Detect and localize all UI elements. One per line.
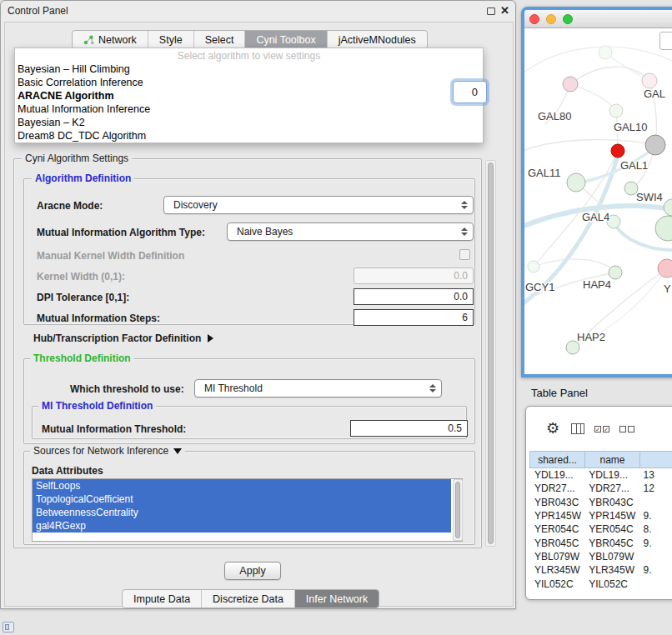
network-canvas[interactable]: GAL80GALGAL10GAL11GAL1SWI4GAL4GCY1HAP4YH… xyxy=(524,28,672,374)
data-attributes-list[interactable]: SelfLoopsTopologicalCoefficientBetweenne… xyxy=(32,478,463,542)
tab-label: Select xyxy=(205,34,234,46)
table-cell: YLR345W xyxy=(529,564,584,576)
algorithm-option-mutual-information-inference[interactable]: Mutual Information Inference xyxy=(15,102,483,116)
network-node[interactable] xyxy=(658,259,672,278)
network-node-label: HAP4 xyxy=(583,278,611,291)
network-node[interactable] xyxy=(642,73,657,88)
column-header-col2[interactable] xyxy=(639,451,672,468)
table-cell: YPR145W xyxy=(584,510,638,522)
table-cell: YBL079W xyxy=(584,551,638,562)
manual-kernel-width-checkbox[interactable] xyxy=(459,249,470,260)
combo-arrows-icon xyxy=(461,223,468,240)
table-options-gear-icon[interactable]: ⚙ xyxy=(544,420,561,437)
tab-label: jActiveMNodules xyxy=(339,34,416,46)
table-row[interactable]: YDL19...YDL19...13 xyxy=(529,468,672,482)
close-window-icon[interactable]: ✕ xyxy=(500,4,509,18)
table-cell: YDL19... xyxy=(584,469,638,481)
column-header-name[interactable]: name xyxy=(584,451,639,468)
settings-scrollbar-thumb[interactable] xyxy=(488,162,494,544)
network-node-label: GCY1 xyxy=(525,281,554,293)
close-button[interactable] xyxy=(529,14,539,24)
attributes-list-scrollbar[interactable] xyxy=(453,479,463,541)
table-row[interactable]: YER054CYER054C8. xyxy=(529,522,672,536)
table-row[interactable]: YPR145WYPR145W9. xyxy=(529,509,672,522)
table-cell: YIL052C xyxy=(584,578,638,590)
control-panel-tab-bar: NetworkStyleSelectCyni ToolboxjActiveMNo… xyxy=(72,30,428,49)
network-tab-icon xyxy=(83,35,94,45)
float-window-icon[interactable] xyxy=(487,8,495,15)
network-window-titlebar[interactable] xyxy=(524,10,672,28)
table-cell: YDR27... xyxy=(529,482,584,494)
network-node[interactable] xyxy=(664,199,672,216)
network-node[interactable] xyxy=(645,135,665,155)
manual-kernel-width-label: Manual Kernel Width Definition xyxy=(37,250,184,262)
attribute-item-gal4rgexp[interactable]: gal4RGexp xyxy=(33,519,451,532)
control-panel-titlebar[interactable]: Control Panel xyxy=(1,1,515,21)
background-number-field[interactable]: 0 xyxy=(453,81,487,103)
mi-algorithm-type-select[interactable]: Naive Bayes xyxy=(227,222,474,241)
hub-definition-expander[interactable]: Hub/Transcription Factor Definition xyxy=(33,332,213,344)
aracne-mode-select[interactable]: Discovery xyxy=(163,196,474,214)
table-row[interactable]: YLR345WYLR345W9. xyxy=(529,563,672,577)
kernel-width-field[interactable]: 0.0 xyxy=(354,268,474,284)
algorithm-option-dream8-dc-tdc-algorithm[interactable]: Dream8 DC_TDC Algorithm xyxy=(15,129,483,142)
algorithm-option-bayesian-k2[interactable]: Bayesian – K2 xyxy=(15,116,483,129)
network-node[interactable] xyxy=(611,144,624,158)
network-node[interactable] xyxy=(655,216,672,241)
network-node[interactable] xyxy=(609,266,622,279)
network-graph: GAL80GALGAL10GAL11GAL1SWI4GAL4GCY1HAP4YH… xyxy=(524,28,672,374)
algorithm-option-basic-correlation-inference[interactable]: Basic Correlation Inference xyxy=(15,76,483,89)
mi-steps-field[interactable]: 6 xyxy=(354,309,474,326)
mi-threshold-field[interactable]: 0.5 xyxy=(350,420,468,437)
table-cell: 13 xyxy=(639,469,672,481)
collapse-arrow-icon xyxy=(173,448,182,454)
which-threshold-select[interactable]: MI Threshold xyxy=(194,379,442,398)
bottom-tab-impute-data[interactable]: Impute Data xyxy=(123,590,202,608)
network-toolbar-button[interactable] xyxy=(659,32,672,50)
table-row[interactable]: YBR043CYBR043C xyxy=(529,496,672,509)
apply-button[interactable]: Apply xyxy=(224,562,281,580)
dpi-tolerance-field[interactable]: 0.0 xyxy=(354,288,474,305)
table-cell: YBR043C xyxy=(584,497,638,508)
network-node[interactable] xyxy=(609,104,623,118)
restore-panel-button[interactable] xyxy=(3,622,14,632)
column-header-shared-[interactable]: shared... xyxy=(529,451,584,468)
minimize-button[interactable] xyxy=(546,14,556,24)
zoom-button[interactable] xyxy=(563,14,573,24)
network-node[interactable] xyxy=(599,46,612,59)
tab-select[interactable]: Select xyxy=(194,31,246,48)
settings-scrollbar[interactable] xyxy=(485,160,496,547)
sources-group-title[interactable]: Sources for Network Inference xyxy=(30,445,185,457)
show-columns-icon[interactable] xyxy=(571,423,584,434)
attribute-item-topologicalcoefficient[interactable]: TopologicalCoefficient xyxy=(33,492,451,506)
tab-cyni-toolbox[interactable]: Cyni Toolbox xyxy=(245,31,327,48)
algorithm-option-aracne-algorithm[interactable]: ARACNE Algorithm xyxy=(15,89,483,102)
tab-network[interactable]: Network xyxy=(73,31,148,48)
bottom-tab-discretize-data[interactable]: Discretize Data xyxy=(202,590,295,608)
network-edge xyxy=(570,67,649,84)
network-node[interactable] xyxy=(528,261,539,272)
bottom-tab-infer-network[interactable]: Infer Network xyxy=(295,590,379,608)
attribute-item-selfloops[interactable]: SelfLoops xyxy=(33,479,451,492)
select-all-columns-icon[interactable]: ✓✓ xyxy=(594,426,609,432)
tab-jactivemnodules[interactable]: jActiveMNodules xyxy=(328,31,427,48)
attributes-scrollbar-thumb[interactable] xyxy=(455,482,460,538)
network-node[interactable] xyxy=(563,77,578,92)
tab-style[interactable]: Style xyxy=(148,31,194,48)
table-row[interactable]: YBR045CYBR045C9. xyxy=(529,536,672,549)
table-row[interactable]: YDR27...YDR27...12 xyxy=(529,482,672,495)
deselect-all-columns-icon[interactable] xyxy=(619,426,634,432)
table-cell: 12 xyxy=(639,482,672,494)
table-header: shared...name xyxy=(529,451,672,468)
table-row[interactable]: YBL079WYBL079W xyxy=(529,550,672,563)
combo-arrows-icon xyxy=(429,380,436,397)
table-cell: YDL19... xyxy=(529,469,584,481)
table-row[interactable]: YIL052CYIL052C xyxy=(529,577,672,590)
window-title: Control Panel xyxy=(8,5,68,17)
network-view-window: GAL80GALGAL10GAL11GAL1SWI4GAL4GCY1HAP4YH… xyxy=(521,7,672,378)
cyni-bottom-tab-bar: Impute DataDiscretize DataInfer Network xyxy=(122,589,379,608)
hub-definition-label: Hub/Transcription Factor Definition xyxy=(33,332,201,344)
attribute-item-betweennesscentrality[interactable]: BetweennessCentrality xyxy=(33,506,451,519)
network-node[interactable] xyxy=(567,173,585,192)
algorithm-option-bayesian-hill-climbing[interactable]: Bayesian – Hill Climbing xyxy=(15,62,483,76)
